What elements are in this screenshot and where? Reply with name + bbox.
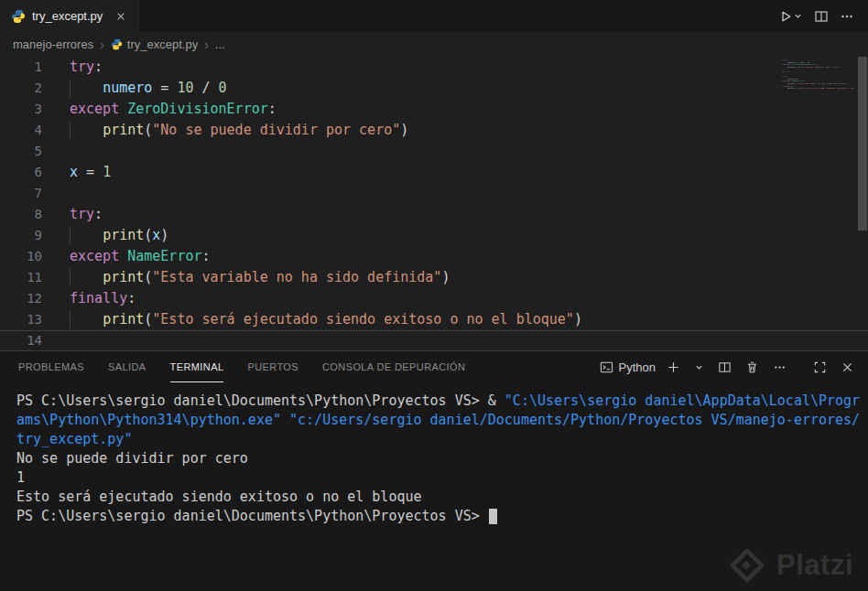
line-code[interactable] bbox=[70, 330, 868, 350]
breadcrumb-folder[interactable]: manejo-errores bbox=[13, 38, 93, 51]
line-number: 5 bbox=[0, 141, 42, 162]
code-line-2[interactable]: 2 numero = 10 / 0 bbox=[0, 78, 868, 99]
minimap-line bbox=[782, 91, 855, 93]
breadcrumb-file[interactable]: try_except.py bbox=[111, 38, 198, 51]
terminal-line: PS C:\Users\sergio daniel\Documents\Pyth… bbox=[16, 507, 868, 526]
breadcrumb-symbol[interactable]: ... bbox=[215, 38, 225, 51]
code-editor[interactable]: 1try:2 numero = 10 / 03except ZeroDivisi… bbox=[0, 57, 868, 350]
line-code[interactable]: print("Esto será ejecutado siendo exitos… bbox=[70, 309, 868, 330]
line-code[interactable]: numero = 10 / 0 bbox=[70, 78, 868, 99]
terminal-line: try_except.py" bbox=[16, 430, 868, 449]
line-code[interactable] bbox=[70, 141, 868, 162]
tab-try-except[interactable]: try_except.py bbox=[0, 0, 139, 32]
code-line-11[interactable]: 11 print("Esta variable no ha sido defin… bbox=[0, 267, 868, 288]
breadcrumb: manejo-errores › try_except.py › ... bbox=[0, 32, 868, 57]
close-tab-icon[interactable] bbox=[114, 10, 127, 23]
terminal-output[interactable]: PS C:\Users\sergio daniel\Documents\Pyth… bbox=[0, 382, 868, 591]
line-code[interactable]: except ZeroDivisionError: bbox=[70, 99, 868, 120]
editor-tab-bar: try_except.py bbox=[0, 0, 868, 32]
split-terminal-icon[interactable] bbox=[715, 358, 734, 377]
line-code[interactable]: try: bbox=[70, 57, 868, 78]
line-number: 8 bbox=[0, 204, 42, 225]
chevron-down-icon bbox=[793, 11, 803, 21]
panel-tab-puertos[interactable]: PUERTOS bbox=[247, 351, 298, 382]
line-number: 2 bbox=[0, 78, 42, 99]
indent-guide bbox=[70, 122, 71, 139]
line-number: 12 bbox=[0, 288, 42, 309]
line-number: 9 bbox=[0, 225, 42, 246]
breadcrumb-file-label: try_except.py bbox=[127, 38, 198, 51]
code-line-6[interactable]: 6x = 1 bbox=[0, 162, 868, 183]
close-panel-icon[interactable] bbox=[838, 358, 857, 377]
panel-header: PROBLEMASSALIDATERMINALPUERTOSCONSOLA DE… bbox=[0, 351, 868, 382]
terminal-line: No se puede dividir por cero bbox=[16, 449, 868, 468]
line-number: 10 bbox=[0, 246, 42, 267]
terminal-line: ams\Python\Python314\python.exe" "c:/Use… bbox=[16, 411, 868, 430]
panel-actions: Python bbox=[600, 351, 857, 382]
code-line-14[interactable]: 14 bbox=[0, 330, 868, 350]
minimap-line: print("Esto será ejecutado siendo exitos… bbox=[782, 88, 855, 91]
code-line-3[interactable]: 3except ZeroDivisionError: bbox=[0, 99, 868, 120]
code-line-1[interactable]: 1try: bbox=[0, 57, 868, 78]
code-line-12[interactable]: 12finally: bbox=[0, 288, 868, 309]
panel-tab-problemas[interactable]: PROBLEMAS bbox=[18, 351, 84, 382]
panel-tab-terminal[interactable]: TERMINAL bbox=[170, 351, 224, 382]
code-line-5[interactable]: 5 bbox=[0, 141, 868, 162]
editor-actions bbox=[776, 0, 868, 32]
shell-selector[interactable]: Python bbox=[600, 360, 656, 374]
line-code[interactable]: finally: bbox=[70, 288, 868, 309]
shell-label-text: Python bbox=[619, 360, 656, 374]
code-line-8[interactable]: 8try: bbox=[0, 204, 868, 225]
vscode-window: try_except.py manejo-errores bbox=[0, 0, 868, 591]
terminal-cursor bbox=[489, 509, 497, 524]
line-number: 3 bbox=[0, 99, 42, 120]
line-number: 14 bbox=[0, 330, 42, 350]
terminal-line: 1 bbox=[16, 468, 868, 488]
run-icon bbox=[778, 9, 793, 24]
panel-tabs: PROBLEMASSALIDATERMINALPUERTOSCONSOLA DE… bbox=[18, 351, 465, 382]
terminal-line: PS C:\Users\sergio daniel\Documents\Pyth… bbox=[16, 392, 868, 411]
kill-terminal-icon[interactable] bbox=[743, 358, 762, 377]
panel-tab-consola-de-depuración[interactable]: CONSOLA DE DEPURACIÓN bbox=[322, 351, 465, 382]
indent-guide bbox=[70, 269, 71, 286]
new-terminal-icon[interactable] bbox=[664, 358, 683, 377]
line-code[interactable] bbox=[70, 183, 868, 204]
code-line-7[interactable]: 7 bbox=[0, 183, 868, 204]
line-number: 13 bbox=[0, 309, 42, 330]
code-line-4[interactable]: 4 print("No se puede dividir por cero") bbox=[0, 120, 868, 141]
terminal-dropdown-icon[interactable] bbox=[691, 360, 707, 375]
panel-tab-salida[interactable]: SALIDA bbox=[108, 351, 146, 382]
line-code[interactable]: print("No se puede dividir por cero") bbox=[70, 120, 868, 141]
line-number: 1 bbox=[0, 57, 42, 78]
line-code[interactable]: x = 1 bbox=[70, 162, 868, 183]
line-number: 11 bbox=[0, 267, 42, 288]
minimap[interactable]: try: numero = 10 / 0except ZeroDivisionE… bbox=[782, 59, 855, 92]
line-number: 7 bbox=[0, 183, 42, 204]
line-code[interactable]: print(x) bbox=[70, 225, 868, 246]
line-code[interactable]: except NameError: bbox=[70, 246, 868, 267]
breadcrumb-separator: › bbox=[100, 38, 104, 52]
more-actions-icon[interactable] bbox=[837, 6, 857, 27]
line-code[interactable]: print("Esta variable no ha sido definida… bbox=[70, 267, 868, 288]
line-code[interactable]: try: bbox=[70, 204, 868, 225]
code-line-9[interactable]: 9 print(x) bbox=[0, 225, 868, 246]
indent-guide bbox=[70, 227, 71, 244]
bottom-panel: PROBLEMASSALIDATERMINALPUERTOSCONSOLA DE… bbox=[0, 350, 868, 591]
split-editor-icon[interactable] bbox=[811, 6, 831, 27]
run-button[interactable] bbox=[776, 6, 806, 27]
code-line-13[interactable]: 13 print("Esto será ejecutado siendo exi… bbox=[0, 309, 868, 330]
code-line-10[interactable]: 10except NameError: bbox=[0, 246, 868, 267]
editor-lines: 1try:2 numero = 10 / 03except ZeroDivisi… bbox=[0, 57, 868, 350]
line-number: 4 bbox=[0, 120, 42, 141]
indent-guide bbox=[70, 311, 71, 328]
maximize-panel-icon[interactable] bbox=[810, 358, 830, 377]
editor-scrollbar[interactable] bbox=[858, 57, 867, 231]
line-number: 6 bbox=[0, 162, 42, 183]
indent-guide bbox=[70, 80, 71, 97]
breadcrumb-separator: › bbox=[204, 38, 209, 52]
terminal-line: Esto será ejecutado siendo exitoso o no … bbox=[16, 488, 868, 507]
python-file-icon bbox=[11, 9, 26, 24]
terminal-icon bbox=[600, 360, 613, 374]
tab-title: try_except.py bbox=[32, 9, 103, 23]
panel-more-actions-icon[interactable] bbox=[770, 358, 789, 377]
